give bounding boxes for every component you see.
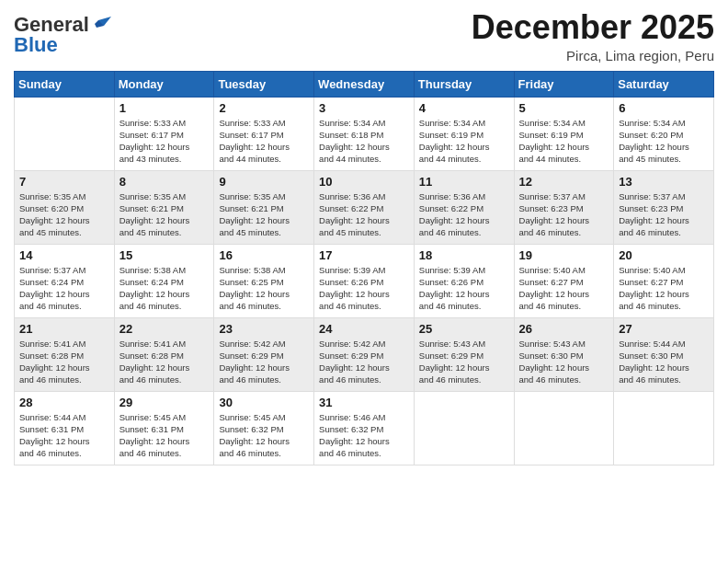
calendar-cell: 31Sunrise: 5:46 AMSunset: 6:32 PMDayligh…	[314, 391, 415, 465]
calendar-cell	[414, 391, 514, 465]
day-info: Sunrise: 5:37 AMSunset: 6:23 PMDaylight:…	[519, 190, 609, 239]
calendar-cell: 20Sunrise: 5:40 AMSunset: 6:27 PMDayligh…	[614, 244, 714, 317]
calendar-cell: 25Sunrise: 5:43 AMSunset: 6:29 PMDayligh…	[414, 317, 514, 391]
day-info: Sunrise: 5:38 AMSunset: 6:25 PMDaylight:…	[219, 264, 309, 313]
day-number: 15	[119, 248, 210, 262]
calendar-cell: 17Sunrise: 5:39 AMSunset: 6:26 PMDayligh…	[314, 244, 415, 317]
calendar-cell	[15, 97, 115, 170]
day-number: 10	[319, 175, 409, 189]
calendar-cell: 11Sunrise: 5:36 AMSunset: 6:22 PMDayligh…	[414, 170, 514, 244]
day-info: Sunrise: 5:45 AMSunset: 6:32 PMDaylight:…	[219, 411, 309, 460]
calendar-week-row: 21Sunrise: 5:41 AMSunset: 6:28 PMDayligh…	[15, 317, 714, 391]
title-block: December 2025 Pirca, Lima region, Peru	[472, 9, 714, 63]
day-info: Sunrise: 5:39 AMSunset: 6:26 PMDaylight:…	[319, 264, 409, 313]
day-info: Sunrise: 5:33 AMSunset: 6:17 PMDaylight:…	[219, 117, 309, 166]
day-info: Sunrise: 5:40 AMSunset: 6:27 PMDaylight:…	[519, 264, 609, 313]
month-title: December 2025	[472, 9, 714, 46]
calendar-cell: 9Sunrise: 5:35 AMSunset: 6:21 PMDaylight…	[214, 170, 314, 244]
calendar-cell: 18Sunrise: 5:39 AMSunset: 6:26 PMDayligh…	[414, 244, 514, 317]
day-info: Sunrise: 5:34 AMSunset: 6:20 PMDaylight:…	[619, 117, 709, 166]
day-number: 28	[19, 396, 109, 409]
header-sunday: Sunday	[15, 71, 115, 97]
calendar-cell: 24Sunrise: 5:42 AMSunset: 6:29 PMDayligh…	[314, 317, 415, 391]
calendar-table: SundayMondayTuesdayWednesdayThursdayFrid…	[14, 71, 714, 465]
calendar-cell: 2Sunrise: 5:33 AMSunset: 6:17 PMDaylight…	[214, 97, 314, 170]
calendar-cell: 10Sunrise: 5:36 AMSunset: 6:22 PMDayligh…	[314, 170, 415, 244]
day-number: 22	[119, 322, 210, 336]
day-number: 16	[219, 248, 309, 262]
day-number: 3	[319, 101, 409, 115]
calendar-cell: 30Sunrise: 5:45 AMSunset: 6:32 PMDayligh…	[214, 391, 314, 465]
calendar-week-row: 7Sunrise: 5:35 AMSunset: 6:20 PMDaylight…	[15, 170, 714, 244]
day-number: 9	[219, 175, 309, 189]
header-thursday: Thursday	[414, 71, 514, 97]
calendar-header-row: SundayMondayTuesdayWednesdayThursdayFrid…	[15, 71, 714, 97]
day-info: Sunrise: 5:34 AMSunset: 6:19 PMDaylight:…	[519, 117, 609, 166]
calendar-week-row: 14Sunrise: 5:37 AMSunset: 6:24 PMDayligh…	[15, 244, 714, 317]
calendar-cell: 5Sunrise: 5:34 AMSunset: 6:19 PMDaylight…	[514, 97, 614, 170]
header-monday: Monday	[114, 71, 214, 97]
day-info: Sunrise: 5:42 AMSunset: 6:29 PMDaylight:…	[219, 338, 309, 386]
day-number: 11	[419, 175, 509, 189]
header-wednesday: Wednesday	[314, 71, 415, 97]
day-info: Sunrise: 5:36 AMSunset: 6:22 PMDaylight:…	[419, 190, 509, 239]
day-info: Sunrise: 5:35 AMSunset: 6:21 PMDaylight:…	[219, 190, 309, 239]
day-info: Sunrise: 5:36 AMSunset: 6:22 PMDaylight:…	[319, 190, 409, 239]
location: Pirca, Lima region, Peru	[472, 48, 714, 63]
calendar-cell: 26Sunrise: 5:43 AMSunset: 6:30 PMDayligh…	[514, 317, 614, 391]
day-number: 5	[519, 101, 609, 115]
calendar-cell: 19Sunrise: 5:40 AMSunset: 6:27 PMDayligh…	[514, 244, 614, 317]
logo: General Blue	[14, 9, 111, 57]
calendar-cell: 16Sunrise: 5:38 AMSunset: 6:25 PMDayligh…	[214, 244, 314, 317]
day-number: 20	[619, 248, 709, 262]
day-info: Sunrise: 5:46 AMSunset: 6:32 PMDaylight:…	[319, 411, 409, 460]
day-number: 6	[619, 101, 709, 115]
day-number: 2	[219, 101, 309, 115]
day-info: Sunrise: 5:35 AMSunset: 6:20 PMDaylight:…	[19, 190, 109, 239]
day-info: Sunrise: 5:42 AMSunset: 6:29 PMDaylight:…	[319, 338, 409, 386]
day-number: 8	[119, 175, 210, 189]
day-info: Sunrise: 5:41 AMSunset: 6:28 PMDaylight:…	[19, 338, 109, 386]
calendar-cell: 28Sunrise: 5:44 AMSunset: 6:31 PMDayligh…	[15, 391, 115, 465]
calendar-cell: 8Sunrise: 5:35 AMSunset: 6:21 PMDaylight…	[114, 170, 214, 244]
day-info: Sunrise: 5:33 AMSunset: 6:17 PMDaylight:…	[119, 117, 210, 166]
calendar-cell: 6Sunrise: 5:34 AMSunset: 6:20 PMDaylight…	[614, 97, 714, 170]
day-number: 30	[219, 396, 309, 409]
day-info: Sunrise: 5:43 AMSunset: 6:30 PMDaylight:…	[519, 338, 609, 386]
day-info: Sunrise: 5:35 AMSunset: 6:21 PMDaylight:…	[119, 190, 210, 239]
calendar-cell: 14Sunrise: 5:37 AMSunset: 6:24 PMDayligh…	[15, 244, 115, 317]
calendar-cell	[614, 391, 714, 465]
calendar-cell: 21Sunrise: 5:41 AMSunset: 6:28 PMDayligh…	[15, 317, 115, 391]
calendar-week-row: 1Sunrise: 5:33 AMSunset: 6:17 PMDaylight…	[15, 97, 714, 170]
header-saturday: Saturday	[614, 71, 714, 97]
day-number: 7	[19, 175, 109, 189]
calendar-cell: 29Sunrise: 5:45 AMSunset: 6:31 PMDayligh…	[114, 391, 214, 465]
day-number: 12	[519, 175, 609, 189]
day-number: 14	[19, 248, 109, 262]
page-header: General Blue December 2025 Pirca, Lima r…	[14, 9, 714, 63]
day-info: Sunrise: 5:34 AMSunset: 6:19 PMDaylight:…	[419, 117, 509, 166]
calendar-cell	[514, 391, 614, 465]
day-info: Sunrise: 5:45 AMSunset: 6:31 PMDaylight:…	[119, 411, 210, 460]
calendar-cell: 3Sunrise: 5:34 AMSunset: 6:18 PMDaylight…	[314, 97, 415, 170]
day-info: Sunrise: 5:40 AMSunset: 6:27 PMDaylight:…	[619, 264, 709, 313]
calendar-week-row: 28Sunrise: 5:44 AMSunset: 6:31 PMDayligh…	[15, 391, 714, 465]
day-number: 19	[519, 248, 609, 262]
day-number: 29	[119, 396, 210, 409]
day-info: Sunrise: 5:37 AMSunset: 6:23 PMDaylight:…	[619, 190, 709, 239]
day-number: 4	[419, 101, 509, 115]
day-number: 21	[19, 322, 109, 336]
calendar-cell: 22Sunrise: 5:41 AMSunset: 6:28 PMDayligh…	[114, 317, 214, 391]
calendar-cell: 23Sunrise: 5:42 AMSunset: 6:29 PMDayligh…	[214, 317, 314, 391]
calendar-cell: 1Sunrise: 5:33 AMSunset: 6:17 PMDaylight…	[114, 97, 214, 170]
day-info: Sunrise: 5:44 AMSunset: 6:30 PMDaylight:…	[619, 338, 709, 386]
day-number: 24	[319, 322, 409, 336]
logo-blue: Blue	[14, 33, 58, 57]
calendar-cell: 15Sunrise: 5:38 AMSunset: 6:24 PMDayligh…	[114, 244, 214, 317]
day-number: 23	[219, 322, 309, 336]
day-info: Sunrise: 5:34 AMSunset: 6:18 PMDaylight:…	[319, 117, 409, 166]
logo-bird-icon	[91, 15, 111, 35]
day-number: 17	[319, 248, 409, 262]
header-friday: Friday	[514, 71, 614, 97]
day-number: 31	[319, 396, 409, 409]
